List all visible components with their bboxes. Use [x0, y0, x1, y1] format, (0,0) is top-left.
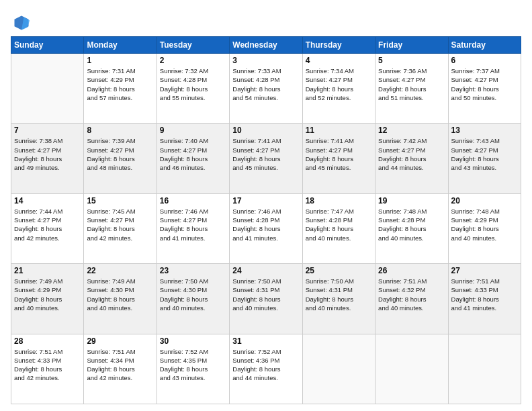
calendar-cell: 6Sunrise: 7:37 AM Sunset: 4:27 PM Daylig…	[448, 54, 521, 124]
calendar-cell: 18Sunrise: 7:47 AM Sunset: 4:28 PM Dayli…	[302, 193, 375, 263]
calendar-cell: 20Sunrise: 7:48 AM Sunset: 4:29 PM Dayli…	[448, 193, 521, 263]
calendar-cell	[302, 334, 375, 404]
day-number: 27	[451, 266, 518, 275]
calendar-week-row: 7Sunrise: 7:38 AM Sunset: 4:27 PM Daylig…	[11, 124, 521, 193]
day-number: 11	[306, 126, 372, 135]
day-info: Sunrise: 7:51 AM Sunset: 4:33 PM Dayligh…	[14, 347, 81, 383]
day-info: Sunrise: 7:33 AM Sunset: 4:28 PM Dayligh…	[232, 66, 299, 102]
calendar-cell: 12Sunrise: 7:42 AM Sunset: 4:27 PM Dayli…	[375, 124, 448, 193]
calendar-table: SundayMondayTuesdayWednesdayThursdayFrid…	[11, 36, 521, 404]
calendar-cell	[448, 334, 521, 404]
calendar-cell: 5Sunrise: 7:36 AM Sunset: 4:27 PM Daylig…	[375, 54, 448, 124]
day-number: 12	[378, 126, 445, 135]
day-info: Sunrise: 7:51 AM Sunset: 4:33 PM Dayligh…	[451, 277, 518, 312]
calendar-day-header: Sunday	[11, 37, 84, 54]
day-info: Sunrise: 7:45 AM Sunset: 4:27 PM Dayligh…	[87, 207, 153, 242]
day-number: 23	[160, 266, 226, 275]
calendar-week-row: 1Sunrise: 7:31 AM Sunset: 4:29 PM Daylig…	[11, 54, 521, 124]
day-number: 14	[14, 196, 81, 205]
calendar-cell: 16Sunrise: 7:46 AM Sunset: 4:27 PM Dayli…	[157, 193, 229, 263]
day-number: 3	[232, 56, 299, 65]
day-info: Sunrise: 7:51 AM Sunset: 4:34 PM Dayligh…	[87, 347, 153, 383]
calendar-week-row: 28Sunrise: 7:51 AM Sunset: 4:33 PM Dayli…	[11, 334, 521, 404]
calendar-day-header: Friday	[375, 37, 448, 54]
calendar-cell: 7Sunrise: 7:38 AM Sunset: 4:27 PM Daylig…	[11, 124, 84, 193]
day-info: Sunrise: 7:43 AM Sunset: 4:27 PM Dayligh…	[451, 136, 518, 172]
day-number: 19	[378, 196, 445, 205]
calendar-cell: 22Sunrise: 7:49 AM Sunset: 4:30 PM Dayli…	[84, 264, 157, 334]
calendar-cell: 3Sunrise: 7:33 AM Sunset: 4:28 PM Daylig…	[230, 54, 302, 124]
day-number: 20	[451, 196, 518, 205]
day-info: Sunrise: 7:51 AM Sunset: 4:32 PM Dayligh…	[378, 277, 445, 312]
calendar-day-header: Tuesday	[157, 37, 229, 54]
calendar-cell: 15Sunrise: 7:45 AM Sunset: 4:27 PM Dayli…	[84, 193, 157, 263]
day-number: 28	[14, 336, 81, 346]
header	[11, 11, 521, 30]
day-info: Sunrise: 7:40 AM Sunset: 4:27 PM Dayligh…	[160, 136, 226, 172]
day-number: 21	[14, 266, 81, 275]
day-number: 25	[306, 266, 372, 275]
day-info: Sunrise: 7:46 AM Sunset: 4:28 PM Dayligh…	[232, 207, 299, 242]
day-info: Sunrise: 7:48 AM Sunset: 4:29 PM Dayligh…	[451, 207, 518, 242]
calendar-cell: 10Sunrise: 7:41 AM Sunset: 4:27 PM Dayli…	[230, 124, 302, 193]
day-info: Sunrise: 7:31 AM Sunset: 4:29 PM Dayligh…	[87, 66, 153, 102]
day-info: Sunrise: 7:48 AM Sunset: 4:28 PM Dayligh…	[378, 207, 445, 242]
calendar-cell: 26Sunrise: 7:51 AM Sunset: 4:32 PM Dayli…	[375, 264, 448, 334]
calendar-cell: 8Sunrise: 7:39 AM Sunset: 4:27 PM Daylig…	[84, 124, 157, 193]
day-info: Sunrise: 7:41 AM Sunset: 4:27 PM Dayligh…	[306, 136, 372, 172]
day-number: 29	[87, 336, 153, 346]
day-number: 4	[306, 56, 372, 65]
calendar-cell: 19Sunrise: 7:48 AM Sunset: 4:28 PM Dayli…	[375, 193, 448, 263]
calendar-cell: 23Sunrise: 7:50 AM Sunset: 4:30 PM Dayli…	[157, 264, 229, 334]
calendar-day-header: Wednesday	[230, 37, 302, 54]
calendar-cell: 29Sunrise: 7:51 AM Sunset: 4:34 PM Dayli…	[84, 334, 157, 404]
day-info: Sunrise: 7:50 AM Sunset: 4:30 PM Dayligh…	[160, 277, 226, 312]
day-number: 1	[87, 56, 153, 65]
day-info: Sunrise: 7:50 AM Sunset: 4:31 PM Dayligh…	[306, 277, 372, 312]
calendar-cell: 17Sunrise: 7:46 AM Sunset: 4:28 PM Dayli…	[230, 193, 302, 263]
day-info: Sunrise: 7:39 AM Sunset: 4:27 PM Dayligh…	[87, 136, 153, 172]
day-number: 5	[378, 56, 445, 65]
day-number: 7	[14, 126, 81, 135]
day-number: 9	[160, 126, 226, 135]
calendar-cell: 30Sunrise: 7:52 AM Sunset: 4:35 PM Dayli…	[157, 334, 229, 404]
day-info: Sunrise: 7:41 AM Sunset: 4:27 PM Dayligh…	[232, 136, 299, 172]
day-info: Sunrise: 7:52 AM Sunset: 4:36 PM Dayligh…	[232, 347, 299, 383]
calendar-cell: 28Sunrise: 7:51 AM Sunset: 4:33 PM Dayli…	[11, 334, 84, 404]
calendar-day-header: Monday	[84, 37, 157, 54]
calendar-cell	[11, 54, 84, 124]
day-info: Sunrise: 7:50 AM Sunset: 4:31 PM Dayligh…	[232, 277, 299, 312]
day-number: 24	[232, 266, 299, 275]
day-info: Sunrise: 7:32 AM Sunset: 4:28 PM Dayligh…	[160, 66, 226, 102]
calendar-cell: 24Sunrise: 7:50 AM Sunset: 4:31 PM Dayli…	[230, 264, 302, 334]
day-number: 8	[87, 126, 153, 135]
calendar-week-row: 14Sunrise: 7:44 AM Sunset: 4:27 PM Dayli…	[11, 193, 521, 263]
day-number: 31	[232, 336, 299, 346]
day-info: Sunrise: 7:49 AM Sunset: 4:30 PM Dayligh…	[87, 277, 153, 312]
day-info: Sunrise: 7:36 AM Sunset: 4:27 PM Dayligh…	[378, 66, 445, 102]
calendar-day-header: Thursday	[302, 37, 375, 54]
day-info: Sunrise: 7:44 AM Sunset: 4:27 PM Dayligh…	[14, 207, 81, 242]
day-info: Sunrise: 7:49 AM Sunset: 4:29 PM Dayligh…	[14, 277, 81, 312]
calendar-cell: 21Sunrise: 7:49 AM Sunset: 4:29 PM Dayli…	[11, 264, 84, 334]
day-info: Sunrise: 7:47 AM Sunset: 4:28 PM Dayligh…	[306, 207, 372, 242]
calendar-cell: 25Sunrise: 7:50 AM Sunset: 4:31 PM Dayli…	[302, 264, 375, 334]
calendar-cell: 14Sunrise: 7:44 AM Sunset: 4:27 PM Dayli…	[11, 193, 84, 263]
day-info: Sunrise: 7:46 AM Sunset: 4:27 PM Dayligh…	[160, 207, 226, 242]
calendar-header-row: SundayMondayTuesdayWednesdayThursdayFrid…	[11, 37, 521, 54]
calendar-cell: 13Sunrise: 7:43 AM Sunset: 4:27 PM Dayli…	[448, 124, 521, 193]
day-number: 16	[160, 196, 226, 205]
calendar-cell: 1Sunrise: 7:31 AM Sunset: 4:29 PM Daylig…	[84, 54, 157, 124]
calendar-week-row: 21Sunrise: 7:49 AM Sunset: 4:29 PM Dayli…	[11, 264, 521, 334]
day-info: Sunrise: 7:38 AM Sunset: 4:27 PM Dayligh…	[14, 136, 81, 172]
day-info: Sunrise: 7:37 AM Sunset: 4:27 PM Dayligh…	[451, 66, 518, 102]
calendar-cell: 31Sunrise: 7:52 AM Sunset: 4:36 PM Dayli…	[230, 334, 302, 404]
day-number: 6	[451, 56, 518, 65]
calendar-cell: 4Sunrise: 7:34 AM Sunset: 4:27 PM Daylig…	[302, 54, 375, 124]
day-number: 15	[87, 196, 153, 205]
day-number: 18	[306, 196, 372, 205]
calendar-day-header: Saturday	[448, 37, 521, 54]
day-info: Sunrise: 7:42 AM Sunset: 4:27 PM Dayligh…	[378, 136, 445, 172]
day-number: 13	[451, 126, 518, 135]
calendar-cell: 9Sunrise: 7:40 AM Sunset: 4:27 PM Daylig…	[157, 124, 229, 193]
